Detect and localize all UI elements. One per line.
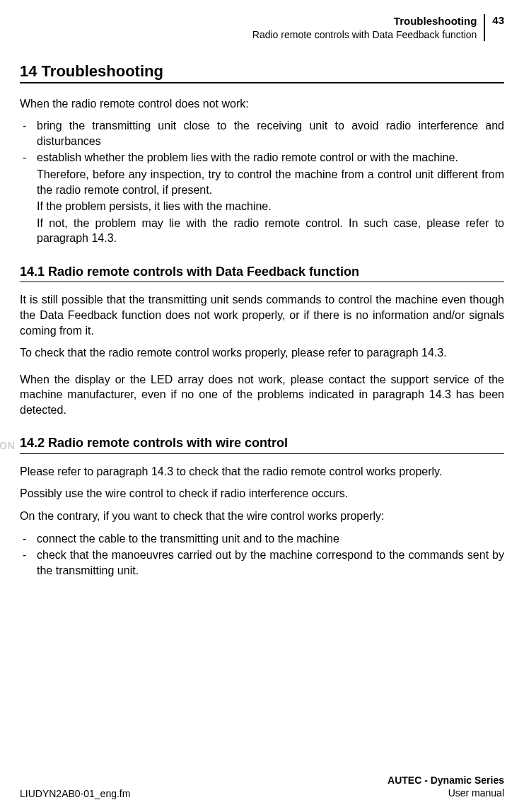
footer-doc-type: User manual (388, 787, 504, 799)
header-text-block: Troubleshooting Radio remote controls wi… (252, 14, 486, 41)
bullet-sub: If not, the problem may lie with the rad… (37, 216, 504, 246)
page-footer: LIUDYN2AB0-01_eng.fm AUTEC - Dynamic Ser… (20, 774, 504, 799)
page-number: 43 (485, 14, 504, 26)
list-item: bring the transmitting unit close to the… (20, 118, 504, 149)
list-item: check that the manoeuvres carried out by… (20, 547, 504, 578)
subsection-heading-14-1: 14.1 Radio remote controls with Data Fee… (20, 263, 504, 282)
header-title: Troubleshooting (252, 14, 477, 28)
page-header: Troubleshooting Radio remote controls wi… (20, 14, 504, 41)
section-bullet-list: bring the transmitting unit close to the… (20, 118, 504, 246)
paragraph: To check that the radio remote control w… (20, 345, 504, 361)
bullet-sub: If the problem persists, it lies with th… (37, 199, 504, 214)
bullet-text: bring the transmitting unit close to the… (37, 120, 504, 147)
section-heading: 14 Troubleshooting (20, 62, 504, 83)
section-number: 14 (20, 62, 37, 80)
section-title: Troubleshooting (42, 62, 163, 80)
bullet-sub: Therefore, before any inspection, try to… (37, 167, 504, 197)
list-item: connect the cable to the transmitting un… (20, 531, 504, 547)
footer-right: AUTEC - Dynamic Series User manual (388, 774, 504, 799)
paragraph: Possibly use the wire control to check i… (20, 486, 504, 501)
header-subtitle: Radio remote controls with Data Feedback… (252, 28, 477, 41)
subsection-bullet-list: connect the cable to the transmitting un… (20, 531, 504, 579)
watermark: ) ION (0, 416, 16, 451)
section-intro: When the radio remote control does not w… (20, 96, 504, 112)
paragraph: On the contrary, if you want to check th… (20, 509, 504, 524)
paragraph: When the display or the LED array does n… (20, 372, 504, 418)
list-item: establish whether the problem lies with … (20, 150, 504, 246)
paragraph: It is still possible that the transmitti… (20, 292, 504, 338)
footer-product: AUTEC - Dynamic Series (388, 774, 504, 787)
subsection-heading-14-2: 14.2 Radio remote controls with wire con… (20, 434, 504, 453)
bullet-text: connect the cable to the transmitting un… (37, 533, 339, 545)
bullet-text: establish whether the problem lies with … (37, 151, 458, 163)
bullet-text: check that the manoeuvres carried out by… (37, 549, 504, 576)
footer-left: LIUDYN2AB0-01_eng.fm (20, 788, 130, 799)
watermark-text: ION (0, 440, 16, 451)
paragraph: Please refer to paragraph 14.3 to check … (20, 464, 504, 480)
watermark-arc-icon: ) (0, 416, 16, 436)
